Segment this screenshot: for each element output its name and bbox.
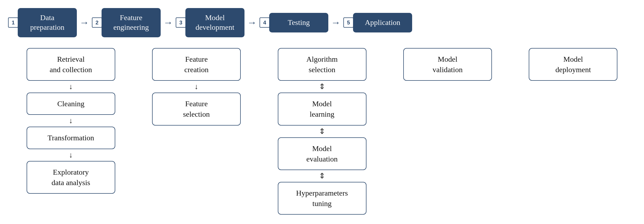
step-badge-4: 4 bbox=[260, 17, 270, 28]
step-box-1: Data preparation bbox=[18, 8, 77, 37]
sub-box-model-development-model-learning: Model learning bbox=[278, 93, 366, 125]
step-box-3: Model development bbox=[185, 8, 244, 37]
pipeline-step-4: 4Testing bbox=[260, 13, 328, 32]
step-badge-5: 5 bbox=[343, 17, 354, 28]
sub-box-model-development-hyperparameters-tuning: Hyperparameters tuning bbox=[278, 182, 366, 215]
pipeline-step-3: 3Model development bbox=[176, 8, 244, 37]
step-box-5: Application bbox=[353, 13, 412, 32]
sub-box-data-preparation-exploratory-data-analysis: Exploratory data analysis bbox=[27, 161, 115, 194]
sub-box-model-development-algorithm-selection: Algorithm selection bbox=[278, 48, 366, 81]
arrow-bidirectional: ⇕ bbox=[319, 83, 325, 90]
sub-box-feature-engineering-feature-creation: Feature creation bbox=[152, 48, 241, 81]
sub-box-model-development-model-evaluation: Model evaluation bbox=[278, 137, 366, 170]
arrow-bidirectional: ⇕ bbox=[319, 128, 325, 135]
arrow-bidirectional: ⇕ bbox=[319, 172, 325, 180]
pipeline-step-2: 2Feature engineering bbox=[92, 8, 161, 37]
pipeline-arrow-3: → bbox=[247, 17, 257, 28]
pipeline-row: 1Data preparation→2Feature engineering→3… bbox=[8, 5, 636, 37]
arrow-down: ↓ bbox=[69, 151, 73, 159]
sub-box-data-preparation-transformation: Transformation bbox=[27, 127, 115, 149]
column-testing: Model validation bbox=[385, 48, 510, 81]
column-feature-engineering: Feature creation↓Feature selection bbox=[134, 48, 259, 126]
pipeline-arrow-4: → bbox=[331, 17, 341, 28]
pipeline-step-5: 5Application bbox=[343, 13, 412, 32]
step-badge-2: 2 bbox=[92, 17, 102, 28]
pipeline-step-1: 1Data preparation bbox=[8, 8, 77, 37]
step-box-2: Feature engineering bbox=[102, 8, 161, 37]
arrow-down: ↓ bbox=[69, 83, 73, 90]
sub-box-testing-model-validation: Model validation bbox=[403, 48, 492, 81]
columns-row: Retrieval and collection↓Cleaning↓Transf… bbox=[8, 48, 636, 215]
sub-box-application-model-deployment: Model deployment bbox=[529, 48, 617, 81]
step-box-4: Testing bbox=[269, 13, 328, 32]
column-data-preparation: Retrieval and collection↓Cleaning↓Transf… bbox=[8, 48, 134, 194]
sub-box-data-preparation-retrieval-and-collection: Retrieval and collection bbox=[27, 48, 115, 81]
column-model-development: Algorithm selection⇕Model learning⇕Model… bbox=[259, 48, 385, 215]
column-application: Model deployment bbox=[510, 48, 636, 81]
step-badge-3: 3 bbox=[176, 17, 186, 28]
pipeline-arrow-1: → bbox=[80, 17, 89, 28]
step-badge-1: 1 bbox=[8, 17, 18, 28]
arrow-down: ↓ bbox=[69, 117, 73, 124]
sub-box-feature-engineering-feature-selection: Feature selection bbox=[152, 93, 241, 125]
pipeline-arrow-2: → bbox=[163, 17, 173, 28]
arrow-down: ↓ bbox=[195, 83, 198, 90]
sub-box-data-preparation-cleaning: Cleaning bbox=[27, 93, 115, 115]
